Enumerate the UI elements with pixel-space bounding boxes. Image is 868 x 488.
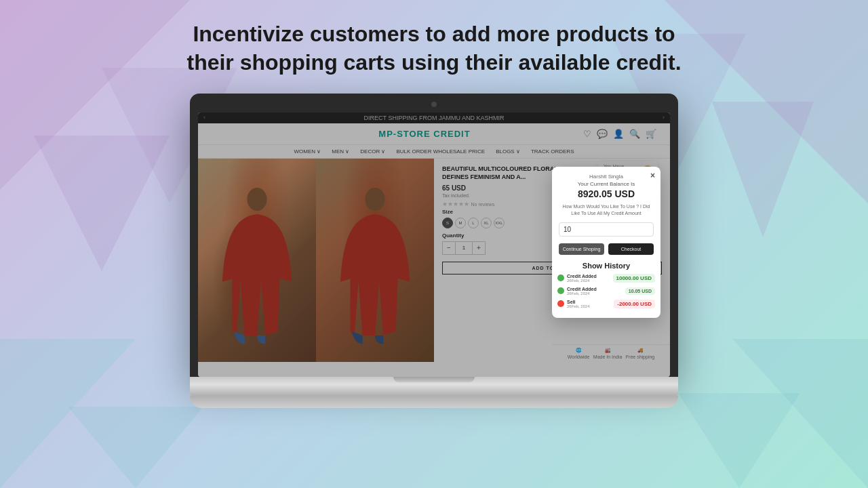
history-item-3: Sell 26Feb, 2024 -2000.00 USD — [557, 300, 655, 308]
history-amount-3: -2000.00 USD — [614, 300, 655, 308]
modal-action-buttons: Continue Shoping Checkout — [552, 239, 660, 259]
continue-shopping-button[interactable]: Continue Shoping — [559, 243, 604, 255]
history-dot-red-1 — [557, 300, 564, 307]
laptop-mockup: ‹ DIRECT SHIPPING FROM JAMMU AND KASHMIR… — [0, 90, 868, 408]
history-list: Credit Added 26Feb, 2024 10000.00 USD Cr… — [552, 274, 660, 318]
svg-marker-8 — [68, 407, 203, 488]
laptop-base — [190, 377, 678, 396]
hero-headline: Incentivize customers to add more produc… — [0, 0, 868, 90]
history-dot-green-2 — [557, 287, 564, 294]
laptop-bezel: ‹ DIRECT SHIPPING FROM JAMMU AND KASHMIR… — [190, 94, 678, 377]
history-item-2: Credit Added 26Feb, 2024 10.05 USD — [557, 287, 655, 296]
history-info-3: Sell 26Feb, 2024 — [567, 300, 614, 308]
history-date-1: 26Feb, 2024 — [567, 279, 613, 283]
modal-sub-text: How Much Would You Like To Use ? I Did L… — [552, 203, 660, 220]
laptop-body: ‹ DIRECT SHIPPING FROM JAMMU AND KASHMIR… — [190, 94, 678, 408]
modal-balance-amount: 8920.05 USD — [560, 188, 652, 199]
modal-header: Harshit Singla Your Current Balance Is 8… — [552, 167, 660, 203]
history-amount-2: 10.05 USD — [625, 287, 655, 295]
history-amount-1: 10000.00 USD — [613, 274, 655, 283]
history-action-1: Credit Added — [567, 274, 613, 279]
history-action-3: Sell — [567, 300, 614, 304]
credit-modal: × Harshit Singla Your Current Balance Is… — [552, 167, 660, 318]
history-date-2: 26Feb, 2024 — [567, 291, 625, 296]
modal-close-button[interactable]: × — [650, 171, 655, 180]
modal-balance-label: Your Current Balance Is — [560, 181, 652, 187]
history-info-1: Credit Added 26Feb, 2024 — [567, 274, 613, 283]
hero-line2: their shopping carts using their availab… — [186, 50, 681, 75]
history-action-2: Credit Added — [567, 287, 625, 291]
laptop-screen: ‹ DIRECT SHIPPING FROM JAMMU AND KASHMIR… — [198, 113, 670, 377]
checkout-button[interactable]: Checkout — [608, 243, 654, 255]
history-info-2: Credit Added 26Feb, 2024 — [567, 287, 625, 296]
history-item-1: Credit Added 26Feb, 2024 10000.00 USD — [557, 274, 655, 283]
history-title: Show History — [552, 259, 660, 274]
modal-username: Harshit Singla — [560, 174, 652, 180]
history-date-3: 26Feb, 2024 — [567, 304, 614, 308]
laptop-foot — [190, 396, 678, 408]
history-dot-green-1 — [557, 274, 564, 281]
credit-amount-input[interactable] — [559, 222, 654, 237]
laptop-camera — [431, 102, 437, 107]
hero-line1: Incentivize customers to add more produc… — [193, 22, 675, 46]
